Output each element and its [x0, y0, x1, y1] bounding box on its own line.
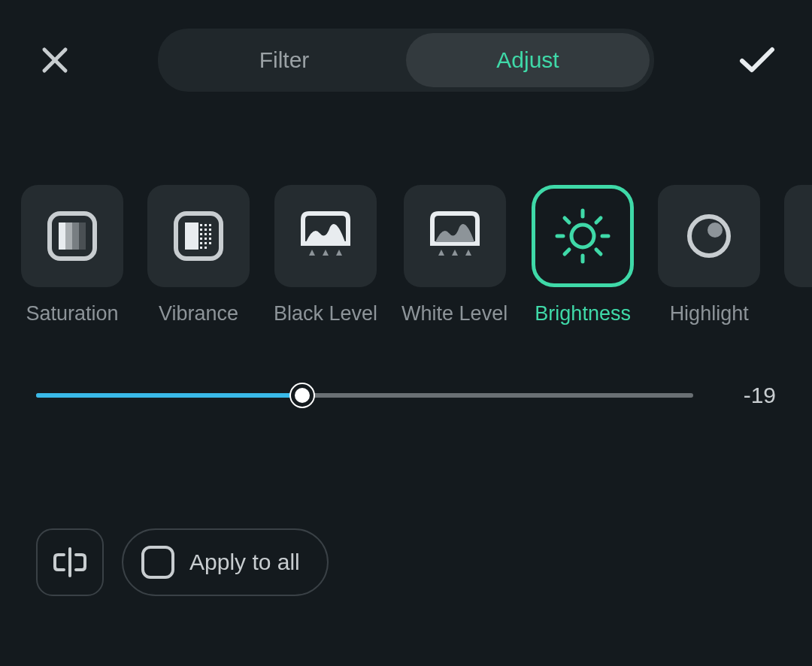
svg-rect-19 — [205, 238, 207, 240]
adjust-box — [784, 185, 812, 287]
highlight-icon — [685, 212, 733, 260]
svg-rect-12 — [200, 229, 202, 231]
close-button[interactable] — [36, 41, 74, 79]
adjust-item-highlight[interactable]: Highlight — [658, 185, 760, 325]
svg-rect-4 — [65, 223, 72, 250]
adjust-item-white-level[interactable]: White Level — [401, 185, 508, 325]
svg-rect-5 — [72, 223, 79, 250]
compare-icon — [53, 547, 86, 577]
white-level-icon — [426, 210, 483, 262]
svg-rect-15 — [200, 233, 202, 235]
svg-rect-8 — [185, 223, 198, 250]
svg-point-32 — [571, 225, 594, 247]
svg-rect-11 — [209, 224, 211, 226]
svg-line-38 — [596, 250, 601, 254]
svg-line-40 — [565, 250, 569, 254]
adjust-box — [532, 185, 634, 287]
bottom-actions: Apply to all — [0, 528, 812, 596]
svg-rect-22 — [205, 242, 207, 244]
svg-line-37 — [565, 218, 569, 223]
svg-line-39 — [596, 218, 601, 223]
confirm-button[interactable] — [738, 41, 776, 79]
vibrance-icon — [173, 210, 224, 262]
adjust-label: Black Level — [274, 302, 377, 325]
adjust-item-black-level[interactable]: Black Level — [274, 185, 377, 325]
svg-rect-24 — [200, 247, 202, 249]
brightness-icon — [550, 203, 616, 269]
adjust-box — [274, 185, 377, 287]
adjust-label: Vibrance — [159, 302, 238, 325]
slider-value: -19 — [723, 383, 776, 408]
svg-rect-16 — [205, 233, 207, 235]
slider-thumb[interactable] — [291, 384, 314, 407]
svg-rect-13 — [205, 229, 207, 231]
apply-to-all-label: Apply to all — [189, 549, 300, 575]
slider-fill — [36, 393, 302, 398]
adjust-item-brightness[interactable]: Brightness — [532, 185, 634, 325]
svg-rect-17 — [209, 233, 211, 235]
svg-point-42 — [707, 223, 723, 238]
svg-rect-14 — [209, 229, 211, 231]
brightness-slider[interactable] — [36, 385, 693, 406]
svg-marker-30 — [452, 250, 458, 256]
svg-marker-27 — [323, 250, 329, 256]
tab-adjust[interactable]: Adjust — [406, 33, 650, 87]
svg-marker-31 — [465, 250, 471, 256]
adjust-label: Saturation — [26, 302, 118, 325]
saturation-icon — [47, 210, 98, 262]
svg-rect-3 — [59, 223, 65, 250]
tab-bar: Filter Adjust — [158, 29, 654, 92]
adjust-label: White Level — [401, 302, 508, 325]
svg-rect-23 — [209, 242, 211, 244]
adjust-box — [21, 185, 123, 287]
adjust-item-saturation[interactable]: Saturation — [21, 185, 123, 325]
adjust-item-shadow[interactable]: Sh — [784, 185, 812, 325]
svg-rect-20 — [209, 238, 211, 240]
svg-rect-10 — [205, 224, 207, 226]
adjust-item-vibrance[interactable]: Vibrance — [147, 185, 250, 325]
svg-marker-28 — [336, 250, 342, 256]
tab-filter[interactable]: Filter — [162, 33, 406, 87]
adjust-box — [658, 185, 760, 287]
svg-rect-21 — [200, 242, 202, 244]
adjustment-strip[interactable]: Saturation Vibrance — [0, 185, 812, 325]
svg-rect-18 — [200, 238, 202, 240]
adjust-box — [404, 185, 506, 287]
svg-point-41 — [689, 216, 729, 256]
svg-marker-29 — [438, 250, 444, 256]
slider-row: -19 — [0, 383, 812, 408]
black-level-icon — [297, 210, 354, 262]
svg-rect-25 — [205, 247, 207, 249]
apply-to-all-button[interactable]: Apply to all — [122, 528, 329, 596]
apply-to-all-checkbox[interactable] — [141, 546, 174, 579]
svg-rect-6 — [79, 223, 86, 250]
checkmark-icon — [739, 46, 775, 74]
svg-marker-26 — [309, 250, 315, 256]
adjust-label: Highlight — [670, 302, 749, 325]
svg-rect-9 — [200, 224, 202, 226]
adjust-box — [147, 185, 250, 287]
close-icon — [41, 46, 69, 74]
compare-button[interactable] — [36, 528, 104, 596]
adjust-label: Brightness — [535, 302, 631, 325]
